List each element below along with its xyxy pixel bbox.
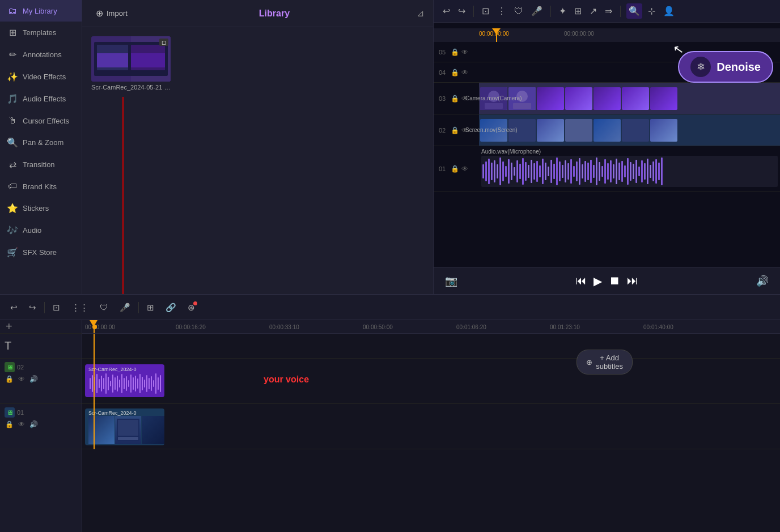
timeline-link-button[interactable]: 🔗 [162,300,180,315]
screenshot-btn-area: 📷 [445,275,457,287]
redo-button[interactable]: ↪ [456,3,468,19]
sidebar-item-pan-zoom[interactable]: 🔍 Pan & Zoom [0,131,82,154]
track-02-num: 02 [17,364,24,371]
timeline-split-button[interactable]: ⋮⋮ [68,300,92,315]
screen-track-label: Screen.mov(Screen) [479,126,521,134]
track-eye-01[interactable]: 👁 [461,165,468,173]
timeline-playhead-line [94,334,95,449]
filter-icon[interactable]: ⊿ [417,8,424,19]
sidebar-item-stickers[interactable]: ⭐ Stickers [0,197,82,219]
transform-button[interactable]: ⊹ [646,3,658,19]
undo-button[interactable]: ↩ [440,3,452,19]
ruler-mark-6: 00:01:40:00 [643,322,673,331]
timeline-record-button[interactable]: ⊛ [184,300,198,315]
ruler-label-0: 00:00:00:00 [85,324,115,330]
svg-rect-25 [505,166,507,177]
svg-rect-26 [508,159,510,184]
ruler-mark-4: 00:01:06:20 [456,322,486,331]
mic-button[interactable]: 🎤 [529,3,545,19]
timeline-group-button[interactable]: ⊞ [143,300,158,315]
track-01-audio[interactable]: 🔊 [29,420,39,429]
sidebar-item-transition[interactable]: ⇄ Transition [0,154,82,176]
import-button[interactable]: ⊕ Import [91,6,132,21]
sidebar-label-sfx-store: SFX Store [23,248,57,257]
drag-arrow-svg [122,97,124,294]
svg-rect-59 [601,166,603,177]
zoom-button[interactable]: 🔍 [626,3,642,19]
track-02-audio[interactable]: 🔊 [29,374,39,384]
audio-clip-content: Scr-CamRec_2024-0 [85,364,164,397]
effects-button[interactable]: ✦ [557,3,569,19]
svg-rect-17 [482,164,484,178]
split-button[interactable]: ⋮ [495,3,508,19]
next-frame-button[interactable]: ⏭ [627,274,638,287]
track-lock-05[interactable]: 🔒 [451,48,459,56]
track-eye-05[interactable]: 👁 [461,48,468,56]
sidebar-item-templates[interactable]: ⊞ Templates [0,22,82,44]
crop-button[interactable]: ⊡ [480,3,491,19]
annotations-icon: ✏ [7,49,18,60]
track-01-lock[interactable]: 🔒 [5,420,14,429]
play-button[interactable]: ▶ [594,274,602,288]
track-lock-03[interactable]: 🔒 [451,95,459,103]
track-02-eye[interactable]: 👁 [18,374,26,384]
sidebar-item-annotations[interactable]: ✏ Annotations [0,44,82,66]
track-num-04: 04 [434,69,451,76]
svg-rect-34 [531,160,532,183]
track-eye-04[interactable]: 👁 [461,69,468,76]
preview-content: 00:00:00:00 00:00:00:00 05 🔒 👁 [434,23,780,267]
sidebar-item-sfx-store[interactable]: 🛒 SFX Store [0,241,82,263]
sidebar-label-stickers: Stickers [23,204,49,212]
svg-rect-24 [502,161,504,181]
screen-clip-01[interactable]: Scr-CamRec_2024-0 [85,408,164,445]
timeline-undo-button[interactable]: ↩ [7,300,21,315]
camera-frame-3 [537,87,564,110]
track-01-eye[interactable]: 👁 [18,420,26,429]
track-02-header: 🖥 02 🔒 👁 🔊 [0,359,82,404]
ruler-mark-1: 00:00:16:20 [176,322,206,331]
svg-rect-45 [562,165,563,178]
volume-button[interactable]: 🔊 [756,275,769,287]
sidebar-item-audio-effects[interactable]: 🎵 Audio Effects [0,88,82,110]
sidebar-item-my-library[interactable]: 🗂 My Library [0,0,82,22]
sidebar-item-audio[interactable]: 🎶 Audio [0,219,82,241]
shield-button[interactable]: 🛡 [512,4,525,19]
audio-clip-02[interactable]: Scr-CamRec_2024-0 [85,364,164,397]
track-lock-02[interactable]: 🔒 [451,126,459,134]
sidebar-label-annotations: Annotations [23,50,62,59]
screenshot-button[interactable]: 📷 [445,275,457,287]
svg-rect-76 [650,165,651,178]
track-num-01: 01 [434,165,451,172]
denoise-badge[interactable]: ❄ Denoise [678,51,773,83]
export-button[interactable]: ↗ [587,3,599,19]
prev-frame-button[interactable]: ⏮ [575,274,587,287]
track-lock-04[interactable]: 🔒 [451,69,459,76]
svg-rect-67 [624,165,626,177]
text-track-header: T [0,334,82,359]
svg-rect-104 [142,377,143,390]
grid-button[interactable]: ⊞ [572,3,584,19]
svg-rect-51 [579,158,580,185]
sidebar-item-cursor-effects[interactable]: 🖱 Cursor Effects [0,110,82,131]
scr-frame-2 [115,416,141,444]
timeline-shield-button[interactable]: 🛡 [96,300,112,314]
track-lock-01[interactable]: 🔒 [451,165,459,173]
person-button[interactable]: 👤 [661,3,677,19]
svg-rect-7 [131,53,165,67]
timeline-mic-button[interactable]: 🎤 [116,300,134,315]
timeline-redo-button[interactable]: ↪ [26,300,40,315]
stickers-icon: ⭐ [7,203,18,214]
svg-rect-115 [118,437,138,440]
media-item-0[interactable]: ◻ Scr-CamRec_2024-05-21 09-28... [91,36,171,91]
track-02-lock[interactable]: 🔒 [5,374,14,384]
svg-rect-71 [635,160,637,183]
sidebar-item-brand-kits[interactable]: 🏷 Brand Kits [0,176,82,197]
sidebar-item-video-effects[interactable]: ✨ Video Effects [0,66,82,88]
arrow-button[interactable]: ⇒ [603,3,614,19]
stop-button[interactable]: ⏹ [609,274,620,287]
add-track-button[interactable]: + [3,320,15,335]
screen-frame-3 [537,119,564,142]
timeline-crop-button[interactable]: ⊡ [49,300,63,315]
track-controls-04: 🔒 👁 [451,69,479,76]
track-controls-05: 🔒 👁 [451,48,479,56]
